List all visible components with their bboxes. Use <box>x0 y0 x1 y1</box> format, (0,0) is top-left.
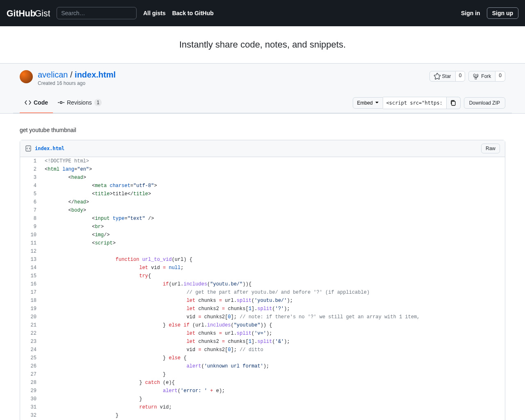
line-number[interactable]: 2 <box>20 165 41 173</box>
line-content: try{ <box>41 272 505 280</box>
line-number[interactable]: 18 <box>20 297 41 305</box>
code-block: 1<!DOCTYPE html>2<html lang="en">3 <head… <box>20 157 505 420</box>
tagline: Instantly share code, notes, and snippet… <box>0 26 525 63</box>
code-line: 23 let chunks2 = chunks[1].split('&'); <box>20 338 505 346</box>
line-content: vid = chunks2[0]; // note: if there's no… <box>41 313 505 321</box>
code-line: 2<html lang="en"> <box>20 165 505 173</box>
tab-revisions[interactable]: Revisions 1 <box>53 93 107 113</box>
line-number[interactable]: 3 <box>20 173 41 182</box>
file-box: index.html Raw 1<!DOCTYPE html>2<html la… <box>20 140 505 420</box>
file-name-link[interactable]: index.html <box>35 146 64 151</box>
file-header: index.html Raw <box>20 140 505 157</box>
all-gists-link[interactable]: All gists <box>143 10 165 16</box>
line-content: function url_to_vid(url) { <box>41 256 505 264</box>
line-number[interactable]: 6 <box>20 198 41 206</box>
search-input[interactable] <box>57 7 137 19</box>
fork-icon <box>473 73 479 80</box>
code-line: 16 if(url.includes("youtu.be/")){ <box>20 280 505 288</box>
code-line: 17 // get the part after youtu.be/ and b… <box>20 288 505 297</box>
code-line: 3 <head> <box>20 173 505 182</box>
line-number[interactable]: 25 <box>20 354 41 362</box>
embed-url-input[interactable] <box>383 97 447 109</box>
code-line: 1<!DOCTYPE html> <box>20 157 505 165</box>
raw-button[interactable]: Raw <box>481 144 500 153</box>
copy-button[interactable] <box>447 97 461 109</box>
sign-in-link[interactable]: Sign in <box>461 10 480 16</box>
code-line: 24 vid = chunks2[0]; // ditto <box>20 346 505 354</box>
gist-subhead: avelican / index.html Created 16 hours a… <box>0 63 525 114</box>
line-number[interactable]: 17 <box>20 288 41 297</box>
line-number[interactable]: 8 <box>20 215 41 223</box>
line-number[interactable]: 1 <box>20 157 41 165</box>
line-content: } <box>41 395 505 403</box>
owner-avatar[interactable] <box>20 70 33 83</box>
line-number[interactable]: 29 <box>20 387 41 395</box>
line-content: </head> <box>41 198 505 206</box>
fork-button[interactable]: Fork <box>468 71 495 82</box>
gist-name-link[interactable]: index.html <box>75 70 116 79</box>
line-number[interactable]: 9 <box>20 223 41 231</box>
line-number[interactable]: 15 <box>20 272 41 280</box>
svg-text:GitHub: GitHub <box>7 9 36 18</box>
line-number[interactable]: 7 <box>20 206 41 215</box>
sign-up-button[interactable]: Sign up <box>487 7 518 19</box>
star-label: Star <box>442 73 451 79</box>
svg-point-2 <box>60 101 62 103</box>
line-content: <html lang="en"> <box>41 165 505 173</box>
star-button[interactable]: Star <box>429 71 456 82</box>
embed-dropdown[interactable]: Embed <box>353 97 383 109</box>
code-line: 10 <img/> <box>20 231 505 239</box>
code-line: 14 let vid = null; <box>20 264 505 272</box>
line-number[interactable]: 16 <box>20 280 41 288</box>
fork-label: Fork <box>481 73 491 79</box>
code-line: 18 let chunks = url.split('youtu.be/'); <box>20 297 505 305</box>
line-number[interactable]: 32 <box>20 411 41 420</box>
line-number[interactable]: 20 <box>20 313 41 321</box>
github-gist-logo[interactable]: GitHubGist <box>7 7 50 19</box>
global-header: GitHubGist All gists Back to GitHub Sign… <box>0 0 525 26</box>
line-content: <img/> <box>41 231 505 239</box>
back-to-github-link[interactable]: Back to GitHub <box>172 10 214 16</box>
line-content: alert('unknown url format'); <box>41 362 505 370</box>
line-content: return vid; <box>41 403 505 411</box>
download-zip-button[interactable]: Download ZIP <box>464 97 505 109</box>
line-content: } catch (e){ <box>41 379 505 387</box>
line-content: let chunks = url.split('v='); <box>41 329 505 338</box>
line-number[interactable]: 11 <box>20 239 41 247</box>
owner-link[interactable]: avelican <box>38 70 68 79</box>
tab-code[interactable]: Code <box>20 93 53 113</box>
fork-count[interactable]: 0 <box>495 71 505 82</box>
line-number[interactable]: 23 <box>20 338 41 346</box>
line-number[interactable]: 24 <box>20 346 41 354</box>
line-number[interactable]: 14 <box>20 264 41 272</box>
line-number[interactable]: 26 <box>20 362 41 370</box>
line-number[interactable]: 10 <box>20 231 41 239</box>
line-number[interactable]: 30 <box>20 395 41 403</box>
line-content: <title>title</title> <box>41 190 505 198</box>
line-number[interactable]: 22 <box>20 329 41 338</box>
tab-code-label: Code <box>34 99 48 106</box>
created-time: Created 16 hours ago <box>38 80 425 86</box>
star-count[interactable]: 0 <box>455 71 466 82</box>
line-number[interactable]: 13 <box>20 256 41 264</box>
line-number[interactable]: 4 <box>20 182 41 190</box>
line-content: alert('error: ' + e); <box>41 387 505 395</box>
line-content: } <box>41 370 505 379</box>
gist-title: avelican / index.html <box>38 70 425 80</box>
code-line: 11 <script> <box>20 239 505 247</box>
line-number[interactable]: 21 <box>20 321 41 329</box>
line-content <box>41 247 505 256</box>
line-content: vid = chunks2[0]; // ditto <box>41 346 505 354</box>
line-number[interactable]: 31 <box>20 403 41 411</box>
code-line: 20 vid = chunks2[0]; // note: if there's… <box>20 313 505 321</box>
line-number[interactable]: 27 <box>20 370 41 379</box>
line-number[interactable]: 28 <box>20 379 41 387</box>
star-icon <box>434 73 441 80</box>
line-content: let chunks2 = chunks[1].split('?'); <box>41 305 505 313</box>
code-line: 31 return vid; <box>20 403 505 411</box>
code-line: 26 alert('unknown url format'); <box>20 362 505 370</box>
line-number[interactable]: 12 <box>20 247 41 256</box>
line-number[interactable]: 19 <box>20 305 41 313</box>
line-number[interactable]: 5 <box>20 190 41 198</box>
line-content: } <box>41 411 505 420</box>
